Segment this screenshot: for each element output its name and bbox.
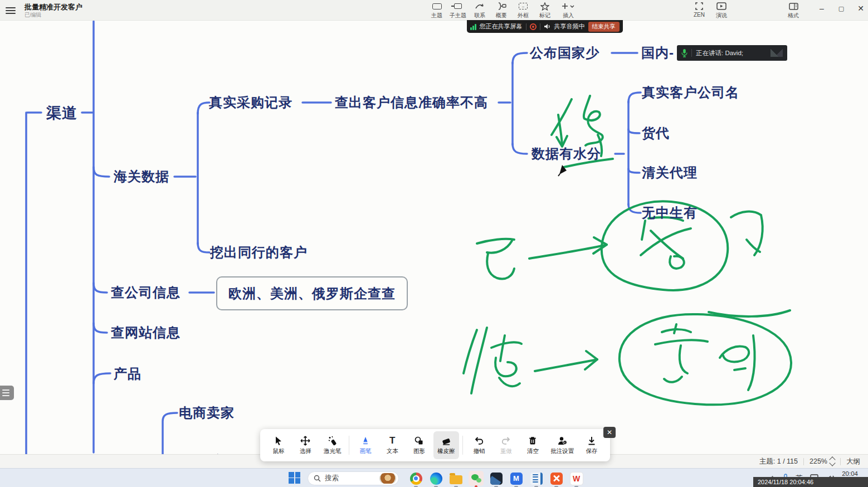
audio-sharing-text: 共享音频中: [554, 22, 585, 31]
redo-button[interactable]: 重做: [493, 431, 519, 459]
windows-taskbar: 搜索 M W 英: [0, 468, 868, 487]
node-zhenshi-caigou[interactable]: 真实采购记录: [209, 94, 292, 111]
datetime-tooltip: 2024/11/18 20:04:46: [753, 477, 868, 487]
select-tool-button[interactable]: 选择: [292, 431, 318, 459]
cursor-icon: [274, 436, 284, 446]
node-qudao[interactable]: 渠道: [46, 103, 77, 123]
outline-toggle-button[interactable]: [0, 386, 14, 400]
signal-bars-icon: [470, 23, 476, 30]
taskbar-wps-icon[interactable]: W: [569, 471, 584, 486]
node-huodai[interactable]: 货代: [642, 124, 670, 142]
zoom-stepper-icon[interactable]: [830, 457, 835, 465]
zoom-control[interactable]: 225%: [810, 457, 835, 465]
taskbar-chrome-icon[interactable]: [408, 471, 423, 486]
node-gongbu-guojia-shao[interactable]: 公布国家少: [530, 44, 599, 62]
stop-share-button[interactable]: 结束共享: [588, 22, 620, 32]
laser-pointer-button[interactable]: 激光笔: [320, 431, 345, 459]
move-icon: [300, 436, 310, 446]
toolbar-marker-button[interactable]: 标记: [532, 2, 558, 20]
taskbar-orange-app-icon[interactable]: [549, 471, 564, 486]
node-guonei[interactable]: 国内-: [641, 44, 674, 62]
node-qingguan-daili[interactable]: 清关代理: [642, 164, 698, 182]
toolbar-format-button[interactable]: 格式: [781, 2, 806, 20]
save-status: 已编辑: [25, 11, 41, 19]
taskbar-search-box[interactable]: 搜索: [308, 471, 399, 485]
search-placeholder: 搜索: [325, 474, 376, 483]
taskbar-blue-m-app-icon[interactable]: M: [509, 471, 524, 486]
taskbar-edge-icon[interactable]: [428, 471, 443, 486]
close-annotation-toolbar-icon[interactable]: ✕: [603, 427, 616, 438]
node-zhunquelv-bugao[interactable]: 查出客户信息准确率不高: [335, 94, 488, 111]
sharing-text: 您正在共享屏幕: [480, 22, 523, 31]
taskbar-notes-app-icon[interactable]: [529, 471, 544, 486]
record-icon[interactable]: [530, 23, 537, 30]
close-button[interactable]: ✕: [852, 1, 868, 16]
minimize-button[interactable]: –: [813, 1, 830, 16]
active-speaker-popup: 正在讲话: David;: [677, 45, 787, 61]
eraser-tool-button[interactable]: 橡皮擦: [433, 431, 459, 459]
node-haiguan-shuju[interactable]: 海关数据: [114, 168, 169, 186]
pen-icon: [360, 436, 370, 446]
node-cha-gongsi-xinxi[interactable]: 查公司信息: [111, 284, 181, 301]
node-wachu-tongxing-kehu[interactable]: 挖出同行的客户: [210, 244, 308, 261]
mindmap-canvas[interactable]: 渠道 海关数据 真实采购记录 查出客户信息准确率不高 公布国家少 国内- 数据有…: [0, 20, 868, 454]
pen-tool-button[interactable]: 画笔: [353, 431, 378, 459]
mouse-tool-button[interactable]: 鼠标: [266, 431, 291, 459]
node-zhenshi-kehu-gongsiming[interactable]: 真实客户公司名: [642, 84, 739, 101]
node-wuzhongshengyou[interactable]: 无中生有: [642, 204, 698, 222]
meeting-app-logo: [771, 49, 783, 57]
save-annotation-button[interactable]: 保存: [579, 431, 604, 459]
text-icon: T: [389, 436, 395, 446]
format-panel-icon: [781, 2, 806, 11]
text-tool-button[interactable]: T 文本: [379, 431, 405, 459]
toolbar-present-button[interactable]: 演说: [709, 2, 734, 20]
redo-icon: [501, 436, 511, 446]
annotation-toolbar: 鼠标 选择 激光笔 画笔 T 文本 图形 橡皮擦 撤销: [260, 429, 610, 461]
taskbar-file-explorer-icon[interactable]: [448, 471, 464, 486]
taskbar-wechat-icon[interactable]: [469, 471, 484, 486]
node-qichacha-label: 欧洲、美洲、俄罗斯企查查: [228, 285, 396, 303]
undo-button[interactable]: 撤销: [466, 431, 492, 459]
annotation-settings-button[interactable]: 批注设置: [547, 431, 578, 459]
trash-icon: [528, 436, 538, 446]
search-icon: [314, 475, 321, 482]
node-cha-wangzhan-xinxi[interactable]: 查网站信息: [111, 324, 181, 342]
start-button[interactable]: [289, 472, 300, 484]
laser-icon: [328, 436, 338, 446]
node-qichacha-box[interactable]: 欧洲、美洲、俄罗斯企查查: [216, 276, 408, 310]
zoom-level: 225%: [810, 457, 827, 465]
topic-counter: 主题: 1 / 115: [759, 457, 798, 466]
branch-lines: [26, 21, 641, 454]
play-icon: [709, 2, 734, 11]
microphone-icon: [681, 48, 687, 57]
screen-share-banner: 您正在共享屏幕 共享音频中 结束共享: [467, 20, 623, 33]
eraser-icon: [441, 436, 451, 446]
node-dianshang-maijia[interactable]: 电商卖家: [179, 404, 235, 422]
shape-tool-button[interactable]: 图形: [406, 431, 432, 459]
download-icon: [587, 436, 597, 446]
undo-icon: [474, 436, 484, 446]
node-chanpin[interactable]: 产品: [114, 365, 142, 383]
taskbar-photo-tool-icon[interactable]: [489, 471, 504, 486]
star-icon: [532, 2, 558, 11]
search-highlight-image[interactable]: [379, 473, 396, 484]
maximize-button[interactable]: ▢: [833, 1, 850, 16]
toolbar-insert-button[interactable]: 插入: [555, 2, 581, 20]
clear-all-button[interactable]: 清空: [520, 431, 545, 459]
title-bar: 批量精准开发客户 已编辑 主题 子主题 联系 概要 – 外框: [0, 0, 868, 21]
menu-icon[interactable]: [6, 6, 16, 13]
outline-view-button[interactable]: 大纲: [846, 457, 860, 466]
shapes-icon: [414, 436, 424, 446]
speaker-icon: [544, 23, 551, 30]
screen: 渠道 海关数据 真实采购记录 查出客户信息准确率不高 公布国家少 国内- 数据有…: [0, 0, 868, 487]
user-settings-icon: [557, 436, 567, 446]
plus-icon: [555, 2, 581, 11]
node-shuju-you-shuifen[interactable]: 数据有水分: [531, 145, 601, 163]
speaker-text: 正在讲话: David;: [696, 49, 743, 57]
